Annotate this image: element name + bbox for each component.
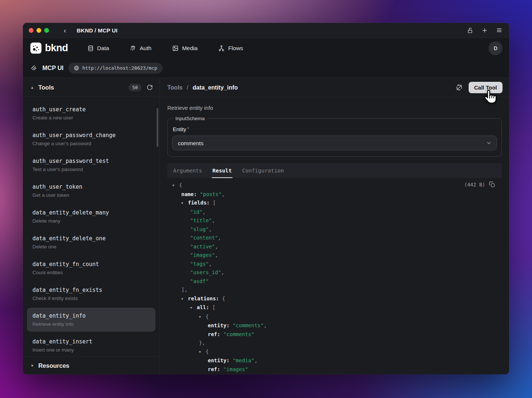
globe-icon (74, 65, 79, 71)
new-tab-icon[interactable] (482, 27, 488, 34)
tool-list-item[interactable]: auth_user_createCreate a new user (27, 101, 155, 125)
nav-item-auth[interactable]: Auth (130, 45, 151, 52)
refresh-off-icon[interactable] (456, 84, 463, 91)
tool-description: Retrieve entity info (167, 105, 502, 111)
tool-list-item[interactable]: data_entity_fn_countCount entities (27, 256, 155, 280)
tool-list: auth_user_createCreate a new userauth_us… (23, 97, 160, 356)
tool-desc: Check if entity exists (32, 295, 150, 302)
json-line: "content", (172, 234, 495, 242)
image-icon (172, 45, 179, 52)
tool-list-item[interactable]: data_entity_insertInsert one or many (27, 334, 155, 356)
tool-list-item[interactable]: auth_user_tokenGet a user token (27, 179, 155, 203)
tool-name: data_entity_delete_many (32, 208, 150, 217)
back-button[interactable]: ‹ (64, 27, 66, 34)
collapse-caret-icon[interactable]: ▼ (199, 348, 206, 357)
tool-list-item[interactable]: auth_user_password_changeChange a user's… (27, 127, 155, 151)
breadcrumb-current: data_entity_info (193, 84, 238, 91)
refresh-icon[interactable] (147, 84, 153, 91)
tool-desc: Retrieve entity info (32, 321, 150, 328)
nav-item-label: Data (97, 45, 109, 52)
tool-name: auth_user_password_change (32, 131, 150, 140)
json-line: }, (172, 339, 495, 348)
copy-icon (489, 181, 495, 188)
app-navbar: bknd Data Auth Media Flows D (23, 38, 509, 58)
json-line: ref: "images" (172, 365, 495, 374)
nav-item-data[interactable]: Data (87, 45, 109, 52)
json-line: ref: "comments" (172, 330, 495, 339)
brand-logo[interactable]: bknd (30, 42, 68, 54)
nav-item-label: Media (182, 45, 197, 52)
subheader-title: MCP UI (42, 64, 63, 71)
chevron-down-icon: ▼ (30, 363, 34, 368)
tool-desc: Insert one or many (32, 346, 150, 354)
tool-detail-panel: Tools / data_entity_info Call Tool Retri… (160, 78, 509, 374)
result-size-label: (442 B) (464, 182, 485, 188)
json-line: entity: "comments", (172, 321, 495, 330)
collapse-caret-icon[interactable]: ▼ (181, 199, 188, 208)
json-line: name: "posts", (172, 190, 495, 199)
collapse-caret-icon[interactable]: ▼ (190, 304, 197, 313)
database-icon (87, 45, 94, 52)
required-mark: * (187, 126, 189, 132)
json-line: ▼{ (172, 313, 495, 322)
tool-name: auth_user_token (32, 182, 150, 191)
tool-list-item[interactable]: data_entity_delete_oneDelete one (27, 230, 155, 254)
tool-name: data_entity_info (32, 311, 150, 320)
tool-desc: Test a user's password (32, 166, 150, 173)
collapse-caret-icon[interactable]: ▼ (199, 313, 206, 322)
json-line: "active", (172, 242, 495, 251)
sidebar-scrollbar-thumb[interactable] (157, 108, 158, 147)
unlock-icon[interactable] (467, 27, 473, 34)
resources-section-title: Resources (38, 362, 69, 369)
json-line: ▼all: [ (172, 303, 495, 313)
traffic-lights (29, 28, 49, 33)
chevron-up-icon: ▲ (30, 85, 34, 90)
tab-configuration[interactable]: Configuration (237, 163, 289, 178)
input-schema-legend: InputSchema (174, 116, 207, 121)
tools-count-badge: 50 (129, 84, 141, 91)
entity-field-label: Entity* (173, 126, 497, 132)
collapse-caret-icon[interactable]: ▼ (181, 295, 188, 304)
server-url-pill[interactable]: http://localhost:28623/mcp (69, 63, 162, 74)
flow-fork-icon (218, 45, 225, 52)
tool-list-item[interactable]: data_entity_fn_existsCheck if entity exi… (27, 282, 155, 306)
window-title: BKND / MCP UI (77, 27, 118, 34)
mcp-icon (30, 64, 37, 71)
call-tool-button[interactable]: Call Tool (469, 82, 503, 93)
breadcrumb: Tools / data_entity_info (167, 84, 238, 91)
mcp-subheader: MCP UI http://localhost:28623/mcp (23, 58, 509, 78)
json-line: ▼relations: { (172, 294, 495, 304)
nav-item-media[interactable]: Media (172, 45, 197, 52)
resources-section-header[interactable]: ▼ Resources (23, 356, 160, 374)
menu-icon[interactable] (496, 27, 503, 33)
tab-arguments[interactable]: Arguments (168, 163, 207, 178)
result-tabs: Arguments Result Configuration (167, 163, 502, 178)
copy-result-button[interactable] (489, 181, 495, 188)
json-line: "id", (172, 208, 495, 217)
zoom-window-button[interactable] (44, 28, 49, 33)
entity-select[interactable]: comments (172, 136, 497, 150)
fingerprint-icon (130, 45, 136, 52)
json-line: "title", (172, 216, 495, 225)
tool-name: data_entity_fn_exists (32, 286, 150, 294)
json-line: "slug", (172, 225, 495, 234)
tool-list-item[interactable]: data_entity_infoRetrieve entity info (27, 308, 155, 332)
tool-list-item[interactable]: auth_user_password_testTest a user's pas… (27, 153, 155, 177)
tool-name: auth_user_create (32, 105, 150, 114)
tools-sidebar: ▲ Tools 50 auth_user_createCreate a new … (23, 78, 160, 374)
user-avatar[interactable]: D (489, 41, 503, 55)
close-window-button[interactable] (29, 28, 34, 33)
tool-list-item[interactable]: data_entity_delete_manyDelete many (27, 205, 155, 228)
nav-item-flows[interactable]: Flows (218, 45, 243, 52)
json-line: "users_id", (172, 268, 495, 277)
bknd-logo-icon (30, 42, 42, 54)
entity-select-value: comments (178, 140, 203, 146)
tab-result[interactable]: Result (207, 163, 237, 178)
chevron-down-icon (486, 140, 492, 146)
breadcrumb-section[interactable]: Tools (167, 84, 182, 91)
tool-name: data_entity_fn_count (32, 260, 150, 269)
tool-desc: Create a new user (32, 114, 150, 122)
tools-section-header[interactable]: ▲ Tools 50 (23, 78, 160, 97)
collapse-caret-icon[interactable]: ▼ (172, 181, 179, 190)
minimize-window-button[interactable] (36, 28, 41, 33)
